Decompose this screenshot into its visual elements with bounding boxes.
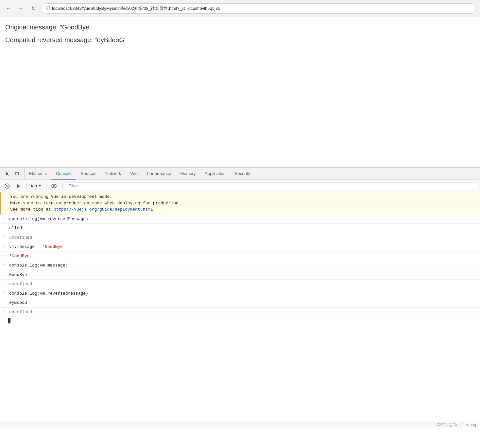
url-text: localhost:63342/VueStudyByMyself/基础/02介绍… bbox=[52, 6, 220, 11]
filter-input[interactable] bbox=[66, 182, 477, 190]
console-entry-input-4: › console.log(vm.reversedMessage) bbox=[0, 289, 480, 299]
console-prefix-out-2: ‹ bbox=[0, 252, 8, 258]
console-prefix-empty-2 bbox=[0, 271, 8, 272]
inspect-element-button[interactable] bbox=[3, 169, 12, 179]
svg-point-6 bbox=[53, 185, 55, 187]
console-entry-goodbye-output: ‹ 'GoodBye' bbox=[0, 252, 480, 261]
deployment-link[interactable]: https://vuejs.org/guide/deployment.html bbox=[54, 207, 153, 212]
reload-button[interactable]: ↻ bbox=[29, 4, 38, 13]
console-output: You are running Vue in development mode.… bbox=[0, 192, 480, 421]
console-input-1-text: console.log(vm.reversedMessage) bbox=[8, 215, 480, 223]
devtools-tabs-bar: ElementsConsoleSourcesNetworkVuePerforma… bbox=[0, 168, 480, 180]
console-undefined-1-text: undefined bbox=[8, 234, 480, 242]
console-undefined-2-text: undefined bbox=[8, 280, 480, 288]
svg-marker-4 bbox=[17, 184, 20, 188]
console-warn-text: You are running Vue in development mode.… bbox=[9, 193, 480, 214]
context-label: top bbox=[31, 183, 37, 188]
console-prefix-in-1: › bbox=[0, 215, 8, 220]
toolbar-divider-2 bbox=[46, 183, 46, 189]
devtools-tabs-list: ElementsConsoleSourcesNetworkVuePerforma… bbox=[25, 168, 255, 180]
console-entry-undefined-2: ‹ undefined bbox=[0, 280, 480, 289]
svg-point-5 bbox=[52, 184, 57, 188]
console-input-2-text: vm.message = 'GoodBye' bbox=[8, 243, 480, 251]
cursor-char bbox=[8, 318, 10, 323]
console-entry-output-olleh: olleH bbox=[0, 224, 480, 233]
tab-security[interactable]: Security bbox=[230, 168, 255, 180]
console-prefix-in-3: › bbox=[0, 262, 8, 267]
eye-button[interactable] bbox=[50, 181, 59, 191]
console-prefix-in-4: › bbox=[0, 290, 8, 295]
console-entry-eybdoog: eyBdooG bbox=[0, 298, 480, 308]
console-entry-undefined-3: ‹ undefined bbox=[0, 308, 480, 317]
console-prefix-in-2: › bbox=[0, 243, 8, 248]
goodbye-string-1: 'GoodBye' bbox=[42, 244, 65, 249]
chevron-down-icon: ▼ bbox=[38, 184, 42, 188]
console-entry-undefined-1: ‹ undefined bbox=[0, 233, 480, 243]
console-goodbye-output-text: 'GoodBye' bbox=[8, 252, 480, 260]
console-prefix-empty-3 bbox=[0, 299, 8, 300]
console-prefix-out-3: ‹ bbox=[0, 280, 8, 285]
console-goodbye-value-text: GoodBye bbox=[8, 271, 480, 279]
console-cursor-line[interactable] bbox=[0, 317, 480, 325]
console-eybdoog-text: eyBdooG bbox=[8, 299, 480, 307]
tab-vue[interactable]: Vue bbox=[126, 168, 142, 180]
devtools-icon-group bbox=[1, 168, 25, 180]
console-entry-goodbye-value: GoodBye bbox=[0, 270, 480, 280]
original-message: Original message: "GoodBye" bbox=[5, 24, 475, 31]
clear-console-button[interactable] bbox=[3, 181, 12, 191]
console-entry-input-2: › vm.message = 'GoodBye' bbox=[0, 242, 480, 252]
watermark: CSDN @Ding Jiaxiong bbox=[0, 421, 480, 428]
console-entry-warn: You are running Vue in development mode.… bbox=[0, 192, 480, 215]
tab-network[interactable]: Network bbox=[101, 168, 126, 180]
console-olleh-text: olleH bbox=[8, 224, 480, 232]
svg-line-3 bbox=[6, 184, 9, 188]
forward-button[interactable]: → bbox=[16, 4, 26, 13]
tab-sources[interactable]: Sources bbox=[76, 168, 101, 180]
console-prefix-empty-1 bbox=[0, 224, 8, 225]
browser-toolbar: ← → ↻ ⓘ localhost:63342/VueStudyByMyself… bbox=[0, 0, 480, 17]
tab-performance[interactable]: Performance bbox=[142, 168, 176, 180]
address-bar[interactable]: ⓘ localhost:63342/VueStudyByMyself/基础/02… bbox=[41, 3, 476, 14]
console-entry-input-3: › console.log(vm.message) bbox=[0, 261, 480, 270]
console-prefix-out-4: ‹ bbox=[0, 308, 8, 314]
svg-rect-0 bbox=[15, 172, 19, 175]
toolbar-divider bbox=[26, 183, 26, 189]
tab-console[interactable]: Console bbox=[51, 168, 76, 180]
console-undefined-3-text: undefined bbox=[8, 308, 480, 316]
console-entry-input-1: › console.log(vm.reversedMessage) bbox=[0, 215, 480, 224]
toolbar-divider-3 bbox=[62, 183, 62, 189]
console-input-3-text: console.log(vm.message) bbox=[8, 262, 480, 269]
console-toolbar: top ▼ bbox=[0, 180, 480, 192]
device-toggle-button[interactable] bbox=[13, 169, 22, 179]
tab-elements[interactable]: Elements bbox=[25, 168, 51, 180]
devtools-panel: ElementsConsoleSourcesNetworkVuePerforma… bbox=[0, 167, 480, 428]
run-snippet-button[interactable] bbox=[14, 181, 23, 191]
tab-memory[interactable]: Memory bbox=[176, 168, 200, 180]
console-input-4-text: console.log(vm.reversedMessage) bbox=[8, 290, 480, 298]
back-button[interactable]: ← bbox=[4, 4, 13, 13]
context-selector[interactable]: top ▼ bbox=[30, 183, 43, 189]
tab-application[interactable]: Application bbox=[200, 168, 230, 180]
console-prefix-warn bbox=[1, 193, 9, 194]
svg-rect-1 bbox=[19, 173, 20, 175]
info-icon: ⓘ bbox=[45, 6, 50, 11]
page-content: Original message: "GoodBye" Computed rev… bbox=[0, 17, 480, 167]
computed-message: Computed reversed message: "eyBdooG" bbox=[5, 36, 475, 44]
watermark-text: CSDN @Ding Jiaxiong bbox=[436, 422, 476, 427]
console-prefix-out-1: ‹ bbox=[0, 234, 8, 239]
